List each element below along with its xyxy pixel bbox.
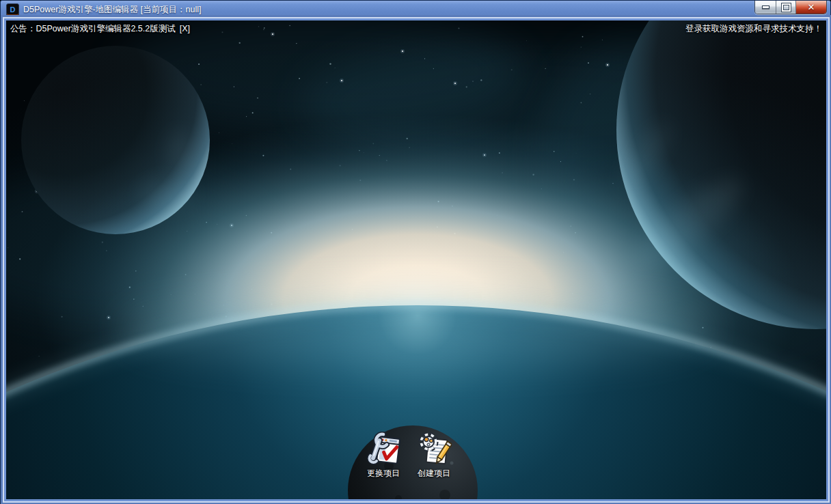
window-title: D5Power游戏引擎-地图编辑器 [当前项目：null] xyxy=(23,4,201,16)
announcement: 公告：D5Power游戏引擎编辑器2.5.2版测试[X] xyxy=(10,23,190,35)
minimize-button[interactable] xyxy=(755,1,776,14)
login-link[interactable]: 登录获取游戏资源和寻求技术支持！ xyxy=(685,23,822,35)
window-controls: ✕ xyxy=(754,1,827,14)
maximize-button[interactable] xyxy=(776,1,796,14)
create-project-label: 创建项目 xyxy=(418,468,450,478)
announcement-text: 公告：D5Power游戏引擎编辑器2.5.2版测试 xyxy=(10,24,176,33)
announcement-close-button[interactable]: [X] xyxy=(180,24,190,33)
project-actions: 更换项目 xyxy=(362,432,456,478)
close-icon: ✕ xyxy=(808,2,815,12)
close-button[interactable]: ✕ xyxy=(796,1,826,14)
titlebar[interactable]: D D5Power游戏引擎-地图编辑器 [当前项目：null] ✕ xyxy=(1,1,830,20)
wrench-window-icon xyxy=(366,432,401,467)
change-project-label: 更换项目 xyxy=(367,468,400,478)
minimize-icon xyxy=(762,5,769,9)
app-window: D D5Power游戏引擎-地图编辑器 [当前项目：null] ✕ xyxy=(0,0,831,504)
create-project-button[interactable]: 创建项目 xyxy=(412,432,456,478)
space-background xyxy=(6,20,826,499)
gear-pencil-document-icon xyxy=(416,432,452,467)
change-project-button[interactable]: 更换项目 xyxy=(362,432,405,478)
maximize-icon xyxy=(782,3,791,12)
workspace: 公告：D5Power游戏引擎编辑器2.5.2版测试[X] 登录获取游戏资源和寻求… xyxy=(6,20,826,499)
app-logo-icon[interactable]: D xyxy=(6,3,19,16)
